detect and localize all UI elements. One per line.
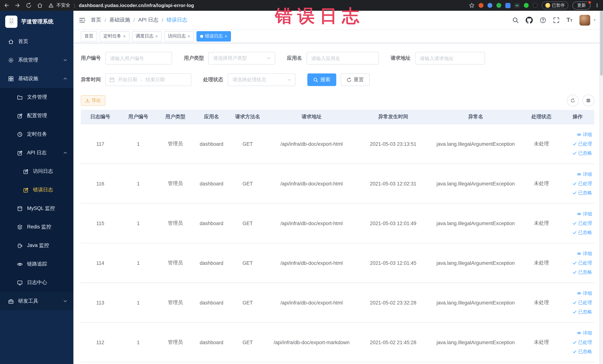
table-row: 116 1 管理员 dashboard GET /api/infra/db-do… <box>81 164 594 203</box>
request-url-input[interactable] <box>415 52 485 65</box>
help-icon[interactable] <box>540 17 546 23</box>
grid-icon <box>8 76 14 82</box>
sidebar-item-config-management[interactable]: 配置管理 <box>0 106 73 125</box>
extension-icon[interactable] <box>533 3 537 8</box>
sidebar-item-access-logs[interactable]: 访问日志 <box>0 162 73 181</box>
ignored-link[interactable]: 已忽略 <box>563 268 592 277</box>
paused-badge[interactable]: 已暂停 <box>542 1 568 9</box>
extension-icon[interactable] <box>524 3 529 8</box>
sidebar-item-dev-tools[interactable]: 研发工具 <box>0 292 73 310</box>
page-scrollbar[interactable] <box>600 11 603 364</box>
close-icon[interactable]: × <box>225 34 227 38</box>
extension-icon[interactable] <box>478 3 483 8</box>
sidebar-item-file-management[interactable]: 文件管理 <box>0 88 73 106</box>
user-type-select[interactable]: 请选择用户类型 <box>208 52 275 65</box>
browser-reload-icon[interactable] <box>26 3 32 8</box>
ignored-link[interactable]: 已忽略 <box>563 149 592 158</box>
detail-link[interactable]: 详细 <box>563 329 592 338</box>
emoji-icon <box>545 3 550 8</box>
user-menu[interactable] <box>580 15 596 25</box>
processed-link[interactable]: 已处理 <box>563 179 592 188</box>
sidebar-item-home[interactable]: 首页 <box>0 32 73 51</box>
search-button[interactable]: 搜索 <box>307 73 336 86</box>
browser-update-button[interactable]: 更新 <box>572 1 591 10</box>
bookmark-star-icon[interactable] <box>469 3 474 8</box>
close-icon[interactable]: × <box>123 34 126 38</box>
sidebar-item-java-monitor[interactable]: Java 监控 <box>0 236 73 255</box>
processed-link[interactable]: 已处理 <box>563 139 592 149</box>
refresh-icon <box>347 77 351 82</box>
fullscreen-icon[interactable] <box>553 17 559 23</box>
check-icon <box>572 142 577 146</box>
browser-menu-icon[interactable]: ⋮ <box>595 3 600 8</box>
close-icon[interactable]: × <box>155 34 158 38</box>
ignored-link[interactable]: 已忽略 <box>563 347 592 356</box>
sidebar-item-scheduled-tasks[interactable]: 定时任务 <box>0 125 73 143</box>
tag-home[interactable]: 首页 <box>81 31 97 41</box>
sidebar-toggle-icon[interactable] <box>73 17 91 23</box>
top-navbar: 首页 / 基础设施 / API 日志 / 错误日志 TT <box>73 11 603 30</box>
scrollbar-thumb[interactable] <box>600 11 603 76</box>
export-button[interactable]: 导出 <box>81 95 105 106</box>
extension-icon[interactable] <box>505 3 510 8</box>
sidebar-item-log-center[interactable]: 日志中心 <box>0 273 73 292</box>
check-icon <box>572 310 577 314</box>
browser-back-icon[interactable] <box>4 3 9 8</box>
detail-link[interactable]: 详细 <box>563 289 592 298</box>
user-id-input[interactable] <box>105 52 172 65</box>
breadcrumb-api-logs[interactable]: API 日志 <box>138 17 159 23</box>
browser-home-icon[interactable] <box>37 3 43 8</box>
folder-icon <box>17 94 23 100</box>
sidebar-item-mysql-monitor[interactable]: MySQL 监控 <box>0 199 73 218</box>
detail-link[interactable]: 详细 <box>563 249 592 258</box>
eye-icon <box>577 331 581 335</box>
app-name-input[interactable] <box>306 52 379 65</box>
close-icon[interactable]: × <box>188 34 190 38</box>
sidebar-item-redis-monitor[interactable]: Redis 监控 <box>0 218 73 236</box>
url-text: dashboard.yudao.iocoder.cn/infra/log/api… <box>79 3 194 8</box>
tag-access-logs[interactable]: 访问日志 × <box>164 31 194 41</box>
coffee-icon <box>17 243 23 248</box>
tag-error-logs[interactable]: 错误日志 × <box>197 31 231 41</box>
date-range-picker[interactable]: 开始日期 - 结束日期 <box>105 73 191 86</box>
font-size-icon[interactable]: TT <box>567 17 572 23</box>
browser-forward-icon[interactable] <box>15 3 20 8</box>
processed-link[interactable]: 已处理 <box>563 338 592 347</box>
screen: 不安全 | dashboard.yudao.iocoder.cn/infra/l… <box>0 0 603 364</box>
processed-link[interactable]: 已处理 <box>563 298 592 307</box>
reset-button[interactable]: 重置 <box>341 73 370 86</box>
process-status-select[interactable]: 请选择处理状态 <box>228 73 295 86</box>
breadcrumb-home[interactable]: 首页 <box>91 17 101 23</box>
not-secure-icon <box>48 3 53 8</box>
breadcrumb-infrastructure[interactable]: 基础设施 <box>109 17 130 23</box>
tag-schedule-logs[interactable]: 调度日志 × <box>132 31 162 41</box>
app-logo[interactable]: 芋道管理系统 <box>0 11 73 32</box>
detail-link[interactable]: 详细 <box>563 209 592 219</box>
sidebar-item-error-logs[interactable]: 错误日志 <box>0 181 73 199</box>
ignored-link[interactable]: 已忽略 <box>563 228 592 237</box>
request-url-label: 请求地址 <box>391 55 411 61</box>
detail-link[interactable]: 详细 <box>563 170 592 179</box>
extension-icon[interactable] <box>496 3 501 8</box>
processed-link[interactable]: 已处理 <box>563 258 592 268</box>
process-status-label: 处理状态 <box>203 76 223 83</box>
ignored-link[interactable]: 已忽略 <box>563 307 592 317</box>
sidebar-item-api-logs[interactable]: API 日志 <box>0 143 73 162</box>
github-icon[interactable] <box>526 16 533 23</box>
address-bar[interactable]: 不安全 | dashboard.yudao.iocoder.cn/infra/l… <box>48 2 194 9</box>
ignored-link[interactable]: 已忽略 <box>563 188 592 198</box>
eye-icon <box>17 261 23 267</box>
refresh-table-button[interactable] <box>567 94 579 106</box>
column-settings-button[interactable] <box>582 94 594 106</box>
detail-link[interactable]: 详细 <box>563 130 592 139</box>
search-icon[interactable] <box>512 17 519 23</box>
extension-icon[interactable] <box>487 3 492 8</box>
toolbox-icon <box>8 298 14 304</box>
monitor-icon <box>17 280 23 285</box>
extension-icon[interactable]: on <box>514 3 520 8</box>
sidebar-item-infrastructure[interactable]: 基础设施 <box>0 69 73 88</box>
processed-link[interactable]: 已处理 <box>563 219 592 228</box>
sidebar-item-tracing[interactable]: 链路追踪 <box>0 255 73 273</box>
sidebar-item-system-management[interactable]: 系统管理 <box>0 51 73 69</box>
tag-scheduled-tasks[interactable]: 定时任务 × <box>100 31 129 41</box>
